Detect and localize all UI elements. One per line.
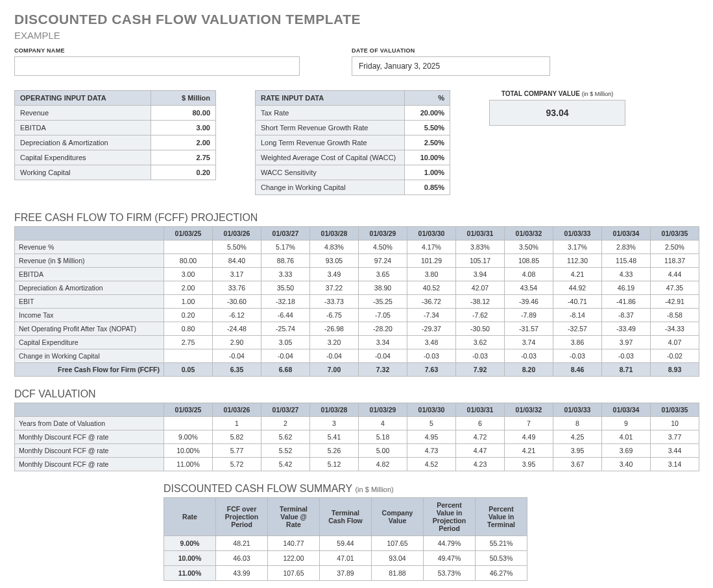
table-row-label: Revenue % (15, 241, 164, 254)
table-total-cell: 6.68 (261, 363, 310, 377)
table-cell: -33.73 (310, 295, 359, 309)
summary-cell: 44.79% (424, 536, 476, 551)
date-header: 01/03/34 (602, 403, 651, 417)
table-cell: 44.92 (553, 281, 602, 295)
table-cell: 2 (261, 417, 310, 430)
table-row-label: Short Term Revenue Growth Rate (256, 121, 405, 135)
table-cell: 112.30 (553, 254, 602, 268)
table-cell: 9.00% (164, 430, 213, 444)
table-cell: 5.12 (310, 458, 359, 471)
summary-cell: 48.21 (216, 536, 268, 551)
table-cell: 4.08 (505, 268, 553, 281)
table-total-cell: 7.00 (310, 363, 359, 377)
date-header: 01/03/26 (213, 403, 261, 417)
summary-cell: 53.73% (424, 566, 476, 581)
table-cell: 5 (407, 417, 456, 430)
table-cell: 101.29 (407, 254, 456, 268)
table-cell: 5.18 (359, 430, 407, 444)
operating-header-label: OPERATING INPUT DATA (15, 91, 151, 106)
table-cell: -41.86 (602, 295, 651, 309)
table-cell: -33.49 (602, 322, 651, 336)
table-row-value: 2.50% (405, 135, 450, 150)
summary-cell: 37.89 (320, 566, 372, 581)
company-name-input[interactable] (14, 56, 300, 76)
table-cell: 43.54 (505, 281, 553, 295)
summary-header: Percent Value in Terminal (476, 498, 527, 536)
table-cell: 4 (359, 417, 407, 430)
table-row-label: EBIT (15, 295, 164, 309)
table-total-cell: 7.63 (407, 363, 456, 377)
summary-header: Terminal Value @ Rate (268, 498, 320, 536)
tcv-unit: (in $ Million) (582, 91, 614, 97)
operating-header-unit: $ Million (151, 91, 216, 106)
table-row-label: Monthly Discount FCF @ rate (15, 458, 164, 471)
table-cell: 3.83% (456, 241, 505, 254)
summary-header: Company Value (372, 498, 424, 536)
summary-title: DISCOUNTED CASH FLOW SUMMARY (163, 483, 352, 494)
table-cell: 9 (602, 417, 651, 430)
table-cell: 2.83% (602, 241, 651, 254)
table-cell: 3.33 (261, 268, 310, 281)
table-cell: 38.90 (359, 281, 407, 295)
table-cell: 6 (456, 417, 505, 430)
table-cell: 42.07 (456, 281, 505, 295)
table-total-cell: 8.93 (651, 363, 699, 377)
table-cell: 35.50 (261, 281, 310, 295)
table-cell: -0.04 (310, 349, 359, 363)
table-cell: 97.24 (359, 254, 407, 268)
table-cell: -0.02 (651, 349, 699, 363)
table-cell: -7.34 (407, 309, 456, 322)
table-cell: 84.40 (213, 254, 261, 268)
table-cell: 2.50% (651, 241, 699, 254)
date-of-valuation-input[interactable] (352, 56, 550, 76)
table-cell: 4.25 (553, 430, 602, 444)
table-cell: 3.05 (261, 336, 310, 349)
table-cell: 80.00 (164, 254, 213, 268)
table-cell: 5.41 (310, 430, 359, 444)
table-cell: -0.04 (213, 349, 261, 363)
table-cell (164, 417, 213, 430)
table-cell: -8.58 (651, 309, 699, 322)
summary-cell: 46.27% (476, 566, 527, 581)
table-cell: 3.80 (407, 268, 456, 281)
summary-header: FCF over Projection Period (216, 498, 268, 536)
table-cell (164, 349, 213, 363)
table-total-cell: 8.71 (602, 363, 651, 377)
table-cell: 5.26 (310, 444, 359, 458)
table-cell: -32.18 (261, 295, 310, 309)
table-cell: 47.35 (651, 281, 699, 295)
table-cell: 3.17% (553, 241, 602, 254)
table-cell: -34.33 (651, 322, 699, 336)
table-cell: 4.07 (651, 336, 699, 349)
table-cell: 3.86 (553, 336, 602, 349)
summary-cell: 47.01 (320, 551, 372, 566)
table-cell: 3.17 (213, 268, 261, 281)
date-header: 01/03/30 (407, 403, 456, 417)
table-cell: -8.37 (602, 309, 651, 322)
table-row-label: EBITDA (15, 121, 151, 135)
rate-header-label: RATE INPUT DATA (256, 91, 405, 106)
table-cell: -0.03 (553, 349, 602, 363)
table-cell: 4.17% (407, 241, 456, 254)
table-cell: -35.25 (359, 295, 407, 309)
table-cell: 4.23 (456, 458, 505, 471)
table-row-label: Years from Date of Valuation (15, 417, 164, 430)
date-of-valuation-label: DATE OF VALUATION (352, 47, 550, 54)
table-cell: 5.77 (213, 444, 261, 458)
date-header: 01/03/29 (359, 403, 407, 417)
table-cell: 3.40 (602, 458, 651, 471)
table-cell: 3 (310, 417, 359, 430)
table-cell: 37.22 (310, 281, 359, 295)
summary-cell: 93.04 (372, 551, 424, 566)
tcv-label: TOTAL COMPANY VALUE (502, 90, 580, 97)
table-cell: -7.89 (505, 309, 553, 322)
table-row-value: 3.00 (151, 121, 216, 135)
table-cell: 33.76 (213, 281, 261, 295)
table-cell: 3.50% (505, 241, 553, 254)
table-cell: 10 (651, 417, 699, 430)
table-cell: 3.69 (602, 444, 651, 458)
table-cell: 3.67 (553, 458, 602, 471)
date-header: 01/03/31 (456, 227, 505, 241)
table-cell: 1.00 (164, 295, 213, 309)
summary-cell: 107.65 (372, 536, 424, 551)
